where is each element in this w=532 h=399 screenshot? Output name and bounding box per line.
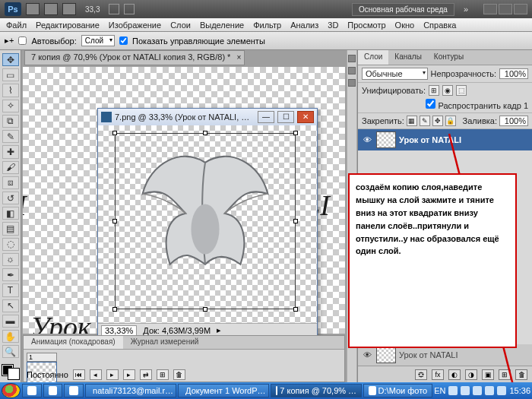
dock-icon-2[interactable] [348, 67, 356, 74]
crop-tool[interactable]: ⧉ [2, 115, 19, 128]
lasso-tool[interactable]: ⌇ [2, 84, 19, 97]
taskbar-photoshop[interactable]: 7 копия @ 70,9% … [271, 384, 362, 397]
marquee-tool[interactable]: ▭ [2, 68, 19, 81]
tab-animation[interactable]: Анимация (покадровая) [24, 336, 123, 349]
path-tool[interactable]: ↖ [2, 299, 19, 312]
stamp-tool[interactable]: ⧇ [2, 176, 19, 189]
quick-launch-1[interactable] [22, 384, 42, 397]
layer-style-button[interactable]: fx [432, 369, 444, 380]
menu-view[interactable]: Просмотр [347, 21, 385, 30]
lock-position-icon[interactable]: ✥ [432, 116, 443, 126]
loop-dropdown[interactable]: Постоянно [27, 370, 68, 379]
tween-button[interactable]: ⇄ [140, 369, 152, 380]
new-frame-button[interactable]: ⊞ [157, 369, 169, 380]
gradient-tool[interactable]: ▤ [2, 222, 19, 235]
handle-br[interactable] [293, 307, 298, 312]
blur-tool[interactable]: ◌ [2, 238, 19, 251]
layer-name[interactable]: Урок от NATALI [399, 135, 461, 144]
workspace-switcher[interactable]: Основная рабочая среда [352, 3, 454, 16]
adjustment-layer-button[interactable]: ◑ [465, 369, 477, 380]
fw-status-arrow-icon[interactable]: ▸ [217, 325, 221, 335]
handle-mr[interactable] [293, 219, 298, 223]
taskbar-word[interactable]: Документ 1 WordP… [178, 384, 269, 397]
arrange-icon[interactable] [62, 3, 76, 15]
tray-icon-4[interactable] [485, 386, 494, 395]
unify-style-icon[interactable]: ⬚ [456, 85, 467, 96]
zoom-readout[interactable]: 33,3 [81, 5, 104, 14]
eyedropper-tool[interactable]: ✎ [2, 130, 19, 143]
tab-paths[interactable]: Контуры [428, 50, 470, 65]
delete-layer-button[interactable]: 🗑 [515, 369, 527, 380]
dodge-tool[interactable]: ☼ [2, 253, 19, 266]
menu-help[interactable]: Справка [423, 21, 456, 30]
menu-file[interactable]: Файл [6, 21, 27, 30]
taskbar-mail[interactable]: natali73123@mail.r… [85, 384, 176, 397]
maximize-button[interactable] [499, 4, 512, 14]
link-layers-button[interactable]: ⯐ [415, 369, 427, 380]
minibridge-icon[interactable] [44, 3, 58, 15]
extras-icon[interactable] [124, 4, 135, 14]
menu-analysis[interactable]: Анализ [290, 21, 318, 30]
eraser-tool[interactable]: ◧ [2, 207, 19, 220]
language-indicator[interactable]: EN [434, 386, 445, 395]
healing-tool[interactable]: ✚ [2, 145, 19, 158]
dock-icon-1[interactable] [348, 55, 356, 62]
type-tool[interactable]: T [2, 283, 19, 296]
next-frame-button[interactable]: ▸ [123, 369, 135, 380]
tray-icon-1[interactable] [448, 386, 458, 395]
blend-mode-dropdown[interactable]: Обычные [362, 68, 428, 80]
zoom-tool[interactable]: 🔍 [2, 345, 19, 358]
layer-row-active[interactable]: 👁 Урок от NATALI [358, 129, 532, 150]
propagate-checkbox[interactable] [426, 99, 435, 109]
group-button[interactable]: ▣ [482, 369, 494, 380]
chevrons-icon[interactable]: » [459, 5, 473, 14]
tray-icon-5[interactable] [497, 386, 506, 395]
menu-select[interactable]: Выделение [200, 21, 244, 30]
play-button[interactable]: ▸ [106, 369, 119, 380]
tray-icon-3[interactable] [473, 386, 482, 395]
minimize-button[interactable] [483, 4, 497, 14]
tray-icon-2[interactable] [461, 386, 470, 395]
screen-mode-icon[interactable] [109, 4, 119, 14]
visibility-toggle-icon[interactable]: 👁 [361, 135, 373, 144]
tab-layers[interactable]: Слои [358, 50, 388, 65]
lock-transparent-icon[interactable]: ▦ [407, 116, 417, 126]
handle-tr[interactable] [293, 131, 298, 135]
pen-tool[interactable]: ✒ [2, 268, 19, 281]
menu-layer[interactable]: Слои [170, 21, 191, 30]
layer-thumbnail[interactable] [376, 131, 396, 148]
menu-filter[interactable]: Фильтр [253, 21, 281, 30]
handle-bl[interactable] [112, 307, 117, 312]
prev-frame-button[interactable]: ◂ [90, 369, 102, 380]
fw-minimize-button[interactable]: — [258, 111, 274, 123]
lock-all-icon[interactable]: 🔒 [445, 116, 456, 126]
bridge-icon[interactable] [26, 3, 40, 15]
floating-window-titlebar[interactable]: 7.png @ 33,3% (Урок от NATALI, RGB/8) * … [98, 109, 317, 125]
wand-tool[interactable]: ✧ [2, 100, 19, 112]
brush-tool[interactable]: 🖌 [2, 161, 19, 174]
menu-window[interactable]: Окно [395, 21, 415, 30]
delete-frame-button[interactable]: 🗑 [173, 369, 185, 380]
color-swatches[interactable] [2, 365, 19, 379]
document-tab[interactable]: 7 копия @ 70,9% (Урок от NATALI копия 3,… [24, 50, 245, 65]
menu-edit[interactable]: Редактирование [36, 21, 100, 30]
handle-tm[interactable] [203, 131, 207, 135]
taskbar-explorer[interactable]: D:\Мои фото [363, 384, 432, 397]
close-button[interactable] [514, 4, 527, 14]
opacity-field[interactable]: 100% [499, 68, 528, 79]
start-button[interactable] [2, 383, 21, 398]
dock-icon-3[interactable] [348, 79, 356, 87]
menu-3d[interactable]: 3D [328, 21, 338, 30]
lock-pixels-icon[interactable]: ✎ [420, 116, 430, 126]
fw-zoom-field[interactable]: 33,33% [101, 325, 137, 336]
unify-visibility-icon[interactable]: ◉ [442, 85, 453, 96]
tab-close-icon[interactable]: × [237, 53, 242, 62]
tab-measurement-log[interactable]: Журнал измерений [123, 336, 207, 349]
fw-maximize-button[interactable]: ☐ [277, 111, 294, 123]
show-controls-checkbox[interactable] [119, 36, 128, 45]
unify-position-icon[interactable]: ⊞ [429, 85, 439, 96]
autoselect-checkbox[interactable] [18, 36, 27, 45]
move-tool[interactable]: ✥ [2, 53, 19, 66]
handle-bm[interactable] [203, 307, 207, 312]
clock[interactable]: 15:36 [509, 386, 530, 395]
